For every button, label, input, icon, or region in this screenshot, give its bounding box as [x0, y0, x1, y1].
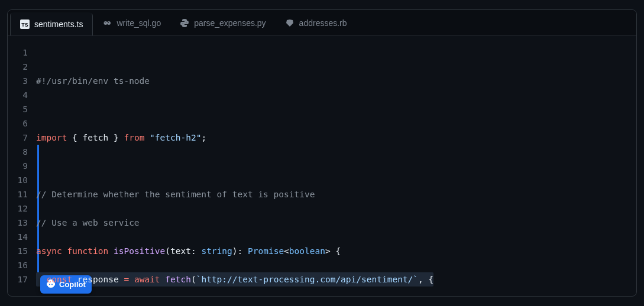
tab-sentiments[interactable]: TS sentiments.ts: [10, 12, 93, 35]
go-icon: [102, 18, 112, 28]
line-number: 3: [8, 74, 28, 88]
line-number: 2: [8, 60, 28, 74]
svg-point-4: [105, 22, 106, 23]
code-area[interactable]: 1 2 3 4 5 6 7 8 9 10 11 12 13 14 15 16 1…: [8, 36, 636, 297]
tab-bar: TS sentiments.ts write_sql.go parse_expe…: [8, 10, 636, 36]
code-text: #!/usr/bin/env ts-node: [36, 76, 150, 86]
line-number: 16: [8, 258, 28, 272]
tab-write-sql[interactable]: write_sql.go: [93, 10, 170, 35]
typescript-icon: TS: [20, 19, 30, 29]
tab-addresses[interactable]: addresses.rb: [276, 10, 357, 35]
code-editor: TS sentiments.ts write_sql.go parse_expe…: [7, 9, 637, 297]
line-number: 5: [8, 102, 28, 116]
line-number: 9: [8, 159, 28, 173]
line-number: 4: [8, 88, 28, 102]
line-number: 11: [8, 187, 28, 201]
svg-point-2: [104, 21, 108, 25]
line-number: 14: [8, 230, 28, 244]
line-number: 7: [8, 131, 28, 145]
line-number: 8: [8, 145, 28, 159]
tab-label: write_sql.go: [116, 18, 161, 28]
code-text: import: [36, 133, 67, 142]
line-number-gutter: 1 2 3 4 5 6 7 8 9 10 11 12 13 14 15 16 1…: [8, 45, 36, 297]
line-number: 10: [8, 173, 28, 187]
line-number: 17: [8, 272, 28, 287]
line-number: 12: [8, 201, 28, 216]
tab-label: addresses.rb: [299, 18, 347, 28]
ruby-icon: [285, 18, 295, 28]
line-number: 13: [8, 216, 28, 230]
code-comment: // Determine whether the sentiment of te…: [36, 190, 315, 199]
code-comment: // Use a web service: [36, 218, 140, 227]
svg-text:TS: TS: [21, 22, 28, 28]
line-number: 15: [8, 244, 28, 258]
tab-label: sentiments.ts: [34, 19, 83, 29]
python-icon: [180, 18, 189, 28]
svg-point-3: [107, 21, 111, 25]
line-number: 1: [8, 45, 28, 60]
svg-point-5: [108, 22, 109, 23]
tab-label: parse_expenses.py: [194, 18, 266, 28]
line-number: 6: [8, 116, 28, 131]
tab-parse-expenses[interactable]: parse_expenses.py: [170, 10, 275, 35]
code-content[interactable]: #!/usr/bin/env ts-node import { fetch } …: [36, 45, 636, 297]
